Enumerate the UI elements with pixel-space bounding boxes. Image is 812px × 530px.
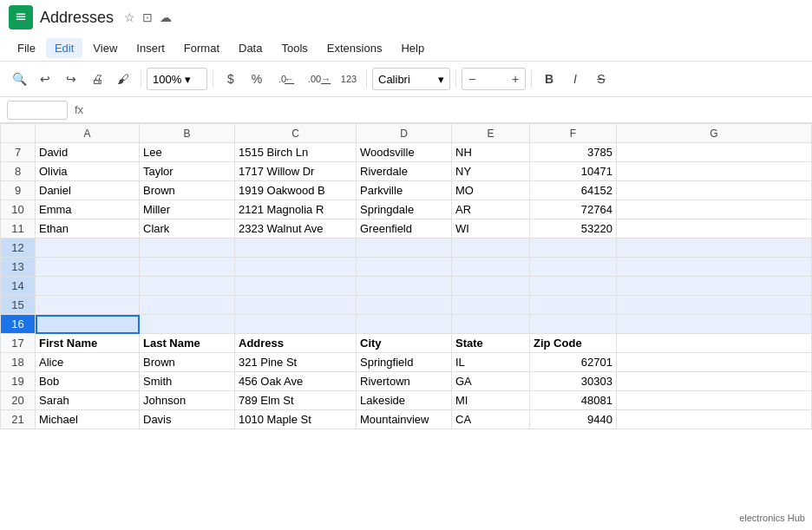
menu-item-edit[interactable]: Edit [46, 38, 82, 58]
col-header-b[interactable]: B [140, 124, 235, 143]
cell-8-A[interactable]: Olivia [36, 162, 140, 181]
cell-16-B[interactable] [140, 315, 235, 334]
cell-16-F[interactable] [530, 315, 617, 334]
cell-15-A[interactable] [36, 296, 140, 315]
cell-9-C[interactable]: 1919 Oakwood B [235, 181, 357, 200]
cell-8-G[interactable] [617, 162, 812, 181]
cell-7-A[interactable]: David [36, 143, 140, 162]
cell-8-F[interactable]: 10471 [530, 162, 617, 181]
row-number-12[interactable]: 12 [1, 239, 36, 258]
cell-14-F[interactable] [530, 277, 617, 296]
decimal-inc-btn[interactable]: .00→ [304, 67, 335, 91]
cell-8-E[interactable]: NY [452, 162, 530, 181]
cell-7-F[interactable]: 3785 [530, 143, 617, 162]
cell-16-G[interactable] [617, 315, 812, 334]
cell-15-G[interactable] [617, 296, 812, 315]
cell-17-A[interactable]: First Name [36, 334, 140, 353]
font-size-input[interactable]: 11 [481, 73, 506, 86]
cell-8-D[interactable]: Riverdale [357, 162, 452, 181]
cell-18-G[interactable] [617, 353, 812, 372]
cell-20-F[interactable]: 48081 [530, 391, 617, 410]
row-number-7[interactable]: 7 [1, 143, 36, 162]
print-btn[interactable]: 🖨 [85, 67, 109, 91]
cell-11-B[interactable]: Clark [140, 219, 235, 239]
cell-7-C[interactable]: 1515 Birch Ln [235, 143, 357, 162]
star-icon[interactable]: ☆ [124, 10, 135, 24]
cell-13-D[interactable] [357, 258, 452, 277]
col-header-e[interactable]: E [452, 124, 530, 143]
cell-13-B[interactable] [140, 258, 235, 277]
cell-16-C[interactable] [235, 315, 357, 334]
cell-7-D[interactable]: Woodsville [357, 143, 452, 162]
currency-btn[interactable]: $ [219, 67, 243, 91]
formula-input[interactable] [90, 101, 805, 120]
cell-9-A[interactable]: Daniel [36, 181, 140, 200]
cell-10-G[interactable] [617, 200, 812, 219]
col-header-g[interactable]: G [617, 124, 812, 143]
bold-btn[interactable]: B [537, 67, 561, 91]
cell-21-A[interactable]: Michael [36, 410, 140, 429]
cell-13-G[interactable] [617, 258, 812, 277]
cell-21-B[interactable]: Davis [140, 410, 235, 429]
cell-19-B[interactable]: Smith [140, 372, 235, 391]
cell-20-E[interactable]: MI [452, 391, 530, 410]
cell-16-E[interactable] [452, 315, 530, 334]
cell-18-D[interactable]: Springfield [357, 353, 452, 372]
col-header-f[interactable]: F [530, 124, 617, 143]
cell-14-G[interactable] [617, 277, 812, 296]
cell-17-C[interactable]: Address [235, 334, 357, 353]
cell-11-F[interactable]: 53220 [530, 219, 617, 239]
cell-10-B[interactable]: Miller [140, 200, 235, 219]
cell-20-B[interactable]: Johnson [140, 391, 235, 410]
zoom-selector[interactable]: 100% ▾ [147, 68, 207, 90]
cell-ref-input[interactable]: 16:16 [7, 101, 68, 120]
cell-18-B[interactable]: Brown [140, 353, 235, 372]
cell-12-B[interactable] [140, 239, 235, 258]
cell-21-G[interactable] [617, 410, 812, 429]
cell-13-A[interactable] [36, 258, 140, 277]
cell-13-F[interactable] [530, 258, 617, 277]
cell-12-A[interactable] [36, 239, 140, 258]
cell-15-C[interactable] [235, 296, 357, 315]
row-number-17[interactable]: 17 [1, 334, 36, 353]
cell-19-C[interactable]: 456 Oak Ave [235, 372, 357, 391]
cell-14-E[interactable] [452, 277, 530, 296]
cell-9-B[interactable]: Brown [140, 181, 235, 200]
cell-10-D[interactable]: Springdale [357, 200, 452, 219]
row-number-13[interactable]: 13 [1, 258, 36, 277]
cell-10-C[interactable]: 2121 Magnolia R [235, 200, 357, 219]
cell-11-G[interactable] [617, 219, 812, 239]
row-number-14[interactable]: 14 [1, 277, 36, 296]
cell-18-E[interactable]: IL [452, 353, 530, 372]
menu-item-extensions[interactable]: Extensions [318, 38, 391, 58]
menu-item-tools[interactable]: Tools [272, 38, 316, 58]
col-header-d[interactable]: D [357, 124, 452, 143]
cell-19-F[interactable]: 30303 [530, 372, 617, 391]
cell-7-G[interactable] [617, 143, 812, 162]
cell-9-F[interactable]: 64152 [530, 181, 617, 200]
cell-18-F[interactable]: 62701 [530, 353, 617, 372]
row-number-21[interactable]: 21 [1, 410, 36, 429]
cell-10-F[interactable]: 72764 [530, 200, 617, 219]
row-number-10[interactable]: 10 [1, 200, 36, 219]
row-number-18[interactable]: 18 [1, 353, 36, 372]
undo-btn[interactable]: ↩ [33, 67, 57, 91]
paint-format-btn[interactable]: 🖌 [111, 67, 135, 91]
cell-20-A[interactable]: Sarah [36, 391, 140, 410]
cell-15-E[interactable] [452, 296, 530, 315]
font-size-inc-btn[interactable]: + [506, 68, 525, 90]
cell-11-D[interactable]: Greenfield [357, 219, 452, 239]
cell-15-B[interactable] [140, 296, 235, 315]
format-123-btn[interactable]: 123 [337, 67, 361, 91]
cell-9-D[interactable]: Parkville [357, 181, 452, 200]
cell-21-E[interactable]: CA [452, 410, 530, 429]
cell-12-F[interactable] [530, 239, 617, 258]
cell-13-C[interactable] [235, 258, 357, 277]
cell-20-D[interactable]: Lakeside [357, 391, 452, 410]
italic-btn[interactable]: I [563, 67, 587, 91]
cell-14-C[interactable] [235, 277, 357, 296]
cell-17-F[interactable]: Zip Code [530, 334, 617, 353]
cell-14-D[interactable] [357, 277, 452, 296]
row-number-8[interactable]: 8 [1, 162, 36, 181]
cell-9-G[interactable] [617, 181, 812, 200]
